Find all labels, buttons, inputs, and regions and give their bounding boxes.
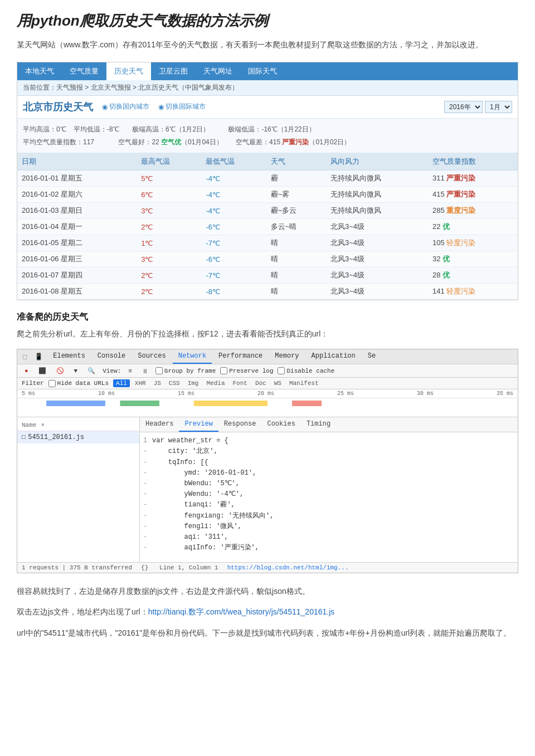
tl-10ms: 10 ms [98, 391, 115, 397]
list-header: Name × [17, 420, 139, 431]
view-list-icon[interactable]: ≡ [125, 367, 135, 375]
detail-tab-headers[interactable]: Headers [140, 417, 179, 432]
tab-performance[interactable]: Performance [213, 349, 268, 364]
line-num: - [143, 553, 150, 555]
cell-low: -4℃ [201, 203, 266, 219]
line-num: - [143, 511, 150, 521]
cell-date: 2016-01-03 星期日 [17, 203, 137, 219]
filter-css[interactable]: CSS [166, 379, 183, 387]
cell-wind: 北风3~4级 [326, 251, 428, 267]
table-row: 2016-01-06 星期三 3℃ -6℃ 晴 北风3~4级 32 优 [17, 251, 518, 267]
stop-btn[interactable]: ⬛ [36, 366, 49, 375]
nav-local[interactable]: 本地天气 [17, 62, 62, 80]
cell-low: -4℃ [201, 170, 266, 187]
tab-network[interactable]: Network [173, 349, 212, 364]
city-title: 北京市历史天气 [23, 100, 93, 114]
file-item-js[interactable]: □ 54511_20161.js [17, 431, 139, 443]
nav-international[interactable]: 国际天气 [240, 62, 285, 80]
hide-urls-check[interactable] [48, 380, 56, 387]
nav-satellite[interactable]: 卫星云图 [151, 62, 196, 80]
detail-tab-response[interactable]: Response [218, 417, 262, 432]
group-by-frame-check[interactable] [155, 367, 163, 374]
filter-js[interactable]: JS [151, 379, 164, 387]
filter-font[interactable]: Font [230, 379, 250, 387]
cell-weather: 霾~雾 [266, 187, 326, 203]
disable-cache-check[interactable] [278, 367, 285, 374]
detail-tab-cookies[interactable]: Cookies [261, 417, 300, 432]
line-num: - [143, 468, 150, 479]
devtools-inspect-icon[interactable]: ⬚ [20, 350, 30, 363]
line-num: - [143, 479, 150, 489]
detail-tab-timing[interactable]: Timing [301, 417, 336, 432]
tl-5ms: 5 ms [22, 391, 35, 397]
tl-35ms: 35 ms [497, 391, 513, 397]
month-select[interactable]: 1月 [485, 101, 512, 113]
detail-tab-preview[interactable]: Preview [179, 417, 218, 432]
avg-low: 平均低温：-8℃ [74, 125, 119, 133]
year-month-selector: 2016年 1月 [444, 101, 512, 113]
filter-media[interactable]: Media [203, 379, 227, 387]
cell-aqi: 32 优 [428, 251, 518, 267]
cell-low: -8℃ [201, 284, 266, 300]
tab-application[interactable]: Application [306, 349, 361, 364]
nav-sites[interactable]: 天气网址 [196, 62, 240, 80]
cell-weather: 晴 [266, 235, 326, 251]
line-content: yWendu: '-4℃', [152, 489, 244, 500]
view-grid-icon[interactable]: ⫼ [139, 366, 151, 375]
cell-high: 2℃ [137, 219, 201, 235]
title-bold: python [31, 12, 80, 29]
cell-weather: 晴 [266, 267, 326, 284]
year-select[interactable]: 2016年 [444, 101, 483, 113]
table-row: 2016-01-04 星期一 2℃ -6℃ 多云~晴 北风3~4级 22 优 [17, 219, 518, 235]
col-x: × [41, 422, 45, 428]
code-line: - tqInfo: [{ [140, 457, 518, 468]
switch-international-btn[interactable]: ◉ 切换国际城市 [158, 102, 206, 111]
filter-btn[interactable]: ▼ [71, 367, 81, 375]
filter-ws[interactable]: WS [271, 379, 284, 387]
tab-elements[interactable]: Elements [47, 349, 91, 364]
cell-weather: 晴 [266, 284, 326, 300]
avg-aqi: 平均空气质量指数：117 [23, 138, 94, 146]
tab-console[interactable]: Console [92, 349, 131, 364]
devtools-phone-icon[interactable]: 📱 [31, 350, 46, 363]
cell-date: 2016-01-04 星期一 [17, 219, 137, 235]
code-line: - city: '北京', [140, 446, 518, 457]
cell-weather: 多云~晴 [266, 219, 326, 235]
devtools-main: Name × □ 54511_20161.js Headers Preview … [17, 417, 518, 562]
detail-tabs: Headers Preview Response Cookies Timing [140, 417, 518, 432]
tab-memory[interactable]: Memory [269, 349, 304, 364]
timeline-labels: 5 ms 10 ms 15 ms 20 ms 25 ms 30 ms 35 ms [17, 389, 518, 398]
weather-screenshot: 本地天气 空气质量 历史天气 卫星云图 天气网址 国际天气 当前位置：天气预报 … [17, 62, 518, 301]
record-btn[interactable]: ● [22, 367, 31, 375]
preserve-log-check[interactable] [220, 367, 227, 374]
code-line: - aqiLevel: '6' [140, 553, 518, 555]
tab-sources[interactable]: Sources [132, 349, 171, 364]
cell-high: 2℃ [137, 284, 201, 300]
group-by-frame-label[interactable]: Group by frame [155, 367, 216, 374]
code-line: - bWendu: '5℃', [140, 479, 518, 489]
code-line: - yWendu: '-4℃', [140, 489, 518, 500]
extreme-low: 极端低温：-16℃（1月22日） [228, 125, 315, 133]
nav-aqi[interactable]: 空气质量 [62, 62, 106, 80]
cell-date: 2016-01-07 星期四 [17, 267, 137, 284]
preserve-log-label[interactable]: Preserve log [220, 367, 273, 374]
line-content: fengxiang: '无持续风向', [152, 511, 274, 521]
search-btn[interactable]: 🔍 [85, 366, 98, 375]
filter-xhr[interactable]: XHR [132, 379, 149, 387]
url-link[interactable]: http://tianqi.数字.com/t/wea_history/js/54… [148, 607, 335, 616]
switch-domestic-btn[interactable]: ◉ 切换国内城市 [102, 102, 149, 111]
clear-btn[interactable]: 🚫 [54, 366, 67, 375]
extreme-high: 极端高温：6℃（1月2日） [132, 125, 210, 133]
nav-history[interactable]: 历史天气 [106, 62, 151, 80]
tl-20ms: 20 ms [257, 391, 274, 397]
disable-cache-label[interactable]: Disable cache [278, 367, 334, 374]
filter-all[interactable]: All [113, 379, 130, 387]
cell-low: -6℃ [201, 219, 266, 235]
line-content: city: '北京', [152, 446, 218, 457]
globe-icon: ◉ [158, 103, 164, 111]
tab-se[interactable]: Se [362, 349, 381, 364]
filter-doc[interactable]: Doc [252, 379, 269, 387]
hide-urls-label[interactable]: Hide data URLs [48, 380, 109, 387]
filter-img[interactable]: Img [185, 379, 202, 387]
filter-manifest[interactable]: Manifest [286, 379, 322, 387]
